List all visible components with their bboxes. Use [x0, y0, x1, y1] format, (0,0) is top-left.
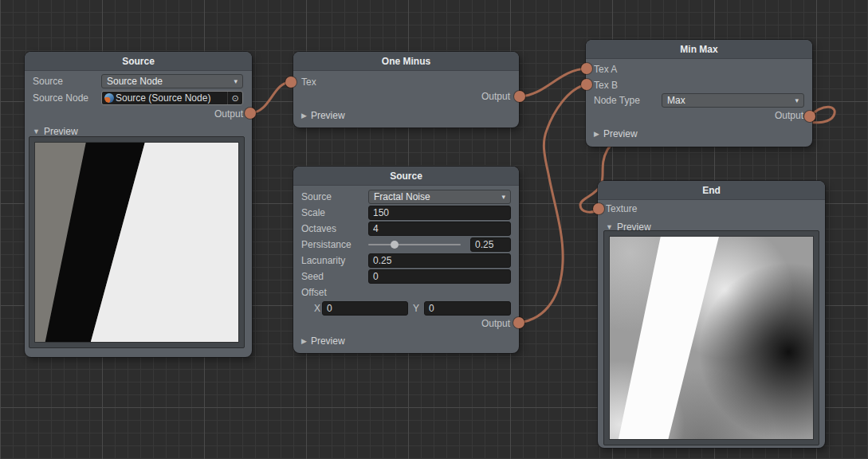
- lacunarity-label: Lacunarity: [301, 255, 345, 266]
- offset-y-field[interactable]: [424, 301, 511, 316]
- oneminus-tex-input-port[interactable]: [285, 76, 297, 88]
- tex-b-input-label: Tex B: [594, 80, 618, 91]
- dropdown-value: Max: [667, 95, 685, 106]
- scale-field[interactable]: [368, 206, 511, 220]
- minmax-texb-input-port[interactable]: [581, 79, 592, 90]
- source-label: Source: [33, 76, 63, 87]
- preview-frame: [29, 136, 245, 348]
- node-source-2[interactable]: Source Source Fractal Noise ▾ Scale Octa…: [293, 167, 519, 353]
- foldout-collapsed-icon: ▶: [594, 130, 599, 138]
- preview-label: Preview: [44, 126, 78, 137]
- tex-input-label: Tex: [301, 76, 316, 88]
- source-label: Source: [301, 191, 332, 202]
- octaves-field[interactable]: [368, 222, 511, 236]
- node-graph-canvas[interactable]: Source Source Source Node ▾ Source Node …: [0, 0, 868, 459]
- preview-image-end: [609, 236, 814, 440]
- chevron-down-icon: ▾: [234, 77, 238, 85]
- output-label: Output: [481, 91, 510, 102]
- foldout-collapsed-icon: ▶: [301, 112, 307, 120]
- preview-label: Preview: [311, 335, 345, 347]
- lacunarity-field[interactable]: [368, 253, 511, 268]
- wire-source2-to-minmax-texb[interactable]: [519, 84, 587, 323]
- source-node-label: Source Node: [33, 92, 88, 104]
- preview-toggle[interactable]: ▶ Preview: [293, 333, 519, 349]
- end-texture-input-port[interactable]: [593, 203, 604, 214]
- source1-output-port[interactable]: [245, 108, 256, 119]
- chevron-down-icon: ▾: [501, 193, 505, 201]
- foldout-collapsed-icon: ▶: [301, 337, 307, 345]
- preview-frame: [603, 230, 819, 445]
- script-icon: [104, 93, 114, 103]
- seed-label: Seed: [301, 271, 324, 282]
- preview-label: Preview: [311, 110, 345, 121]
- minmax-texa-input-port[interactable]: [581, 63, 592, 74]
- node-title: End: [702, 185, 721, 196]
- output-label: Output: [775, 110, 803, 121]
- foldout-expanded-icon: ▼: [33, 128, 40, 135]
- texture-input-label: Texture: [606, 203, 637, 214]
- dropdown-value: Source Node: [107, 76, 163, 87]
- seed-field[interactable]: [368, 269, 511, 284]
- offset-x-label: X: [314, 303, 320, 314]
- source-type-dropdown[interactable]: Fractal Noise ▾: [368, 190, 511, 204]
- persistance-field[interactable]: [470, 237, 511, 252]
- object-field-value: Source (Source Node): [116, 92, 210, 104]
- tex-a-input-label: Tex A: [594, 64, 617, 75]
- object-picker-icon[interactable]: ⊙: [227, 92, 242, 104]
- minmax-output-port[interactable]: [804, 111, 815, 122]
- node-one-minus[interactable]: One Minus Tex Output ▶ Preview: [293, 52, 519, 128]
- node-source-2-header[interactable]: Source: [293, 167, 519, 186]
- node-source-1[interactable]: Source Source Source Node ▾ Source Node …: [25, 52, 252, 357]
- persistance-label: Persistance: [301, 239, 352, 250]
- source-node-object-field[interactable]: Source (Source Node) ⊙: [101, 91, 243, 105]
- node-title: Min Max: [680, 44, 717, 55]
- node-type-dropdown[interactable]: Max ▾: [662, 93, 804, 108]
- offset-y-label: Y: [413, 303, 419, 314]
- preview-toggle[interactable]: ▶ Preview: [293, 108, 519, 124]
- oneminus-output-port[interactable]: [514, 91, 525, 102]
- node-title: Source: [122, 56, 155, 67]
- preview-label: Preview: [603, 128, 638, 139]
- offset-label: Offset: [301, 287, 327, 298]
- source2-output-port[interactable]: [513, 317, 524, 328]
- node-end[interactable]: End Texture ▼ Preview: [598, 181, 825, 448]
- node-source-1-header[interactable]: Source: [25, 52, 252, 71]
- preview-toggle[interactable]: ▶ Preview: [586, 126, 812, 142]
- node-min-max[interactable]: Min Max Tex A Tex B Node Type Max ▾ Outp…: [586, 40, 812, 147]
- octaves-label: Octaves: [301, 223, 336, 234]
- persistance-slider-track[interactable]: [368, 244, 461, 245]
- node-one-minus-header[interactable]: One Minus: [293, 52, 519, 71]
- dropdown-value: Fractal Noise: [374, 191, 430, 202]
- node-min-max-header[interactable]: Min Max: [586, 40, 812, 59]
- chevron-down-icon: ▾: [795, 96, 799, 104]
- output-label: Output: [214, 108, 243, 120]
- persistance-slider-handle[interactable]: [391, 241, 399, 249]
- source-type-dropdown[interactable]: Source Node ▾: [101, 74, 243, 88]
- node-end-header[interactable]: End: [598, 181, 825, 200]
- node-title: Source: [390, 171, 422, 182]
- offset-x-field[interactable]: [322, 301, 408, 316]
- preview-white-band: [610, 237, 813, 439]
- wire-source1-to-oneminus[interactable]: [250, 82, 291, 113]
- scale-label: Scale: [301, 207, 325, 218]
- output-label: Output: [481, 318, 510, 329]
- node-type-label: Node Type: [594, 95, 640, 106]
- preview-image-source: [34, 142, 239, 343]
- wire-oneminus-to-minmax-texa[interactable]: [520, 69, 587, 96]
- node-title: One Minus: [382, 56, 430, 67]
